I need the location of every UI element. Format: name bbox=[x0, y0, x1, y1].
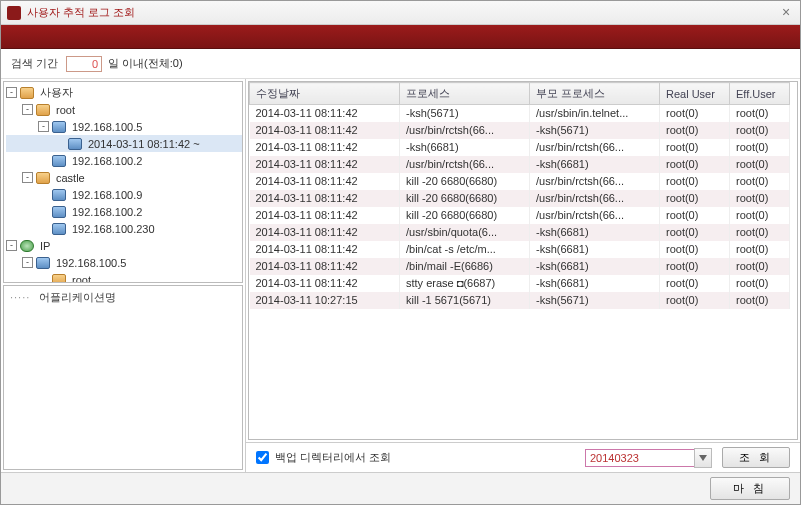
tree-label: 192.168.100.2 bbox=[70, 206, 144, 218]
monitor-icon bbox=[52, 223, 66, 235]
table-row[interactable]: 2014-03-11 08:11:42kill -20 6680(6680)/u… bbox=[250, 190, 790, 207]
date-field: 조 회 bbox=[585, 447, 790, 468]
collapse-toggle[interactable]: - bbox=[6, 240, 17, 251]
table-cell: root(0) bbox=[730, 139, 790, 156]
application-panel[interactable]: ····· 어플리케이션명 bbox=[3, 285, 243, 470]
table-cell: root(0) bbox=[660, 190, 730, 207]
table-cell: /usr/bin/rctsh(66... bbox=[530, 173, 660, 190]
toggle-spacer bbox=[38, 155, 49, 166]
table-cell: 2014-03-11 08:11:42 bbox=[250, 207, 400, 224]
tree-panel[interactable]: -사용자-root-192.168.100.52014-03-11 08:11:… bbox=[3, 81, 243, 283]
tree-row[interactable]: 2014-03-11 08:11:42 ~ bbox=[6, 135, 242, 152]
column-header[interactable]: Real User bbox=[660, 83, 730, 105]
date-input[interactable] bbox=[585, 449, 695, 467]
table-cell: 2014-03-11 08:11:42 bbox=[250, 173, 400, 190]
table-row[interactable]: 2014-03-11 08:11:42/usr/bin/rctsh(66...-… bbox=[250, 122, 790, 139]
toggle-spacer bbox=[38, 189, 49, 200]
table-row[interactable]: 2014-03-11 08:11:42stty erase ◘(6687)-ks… bbox=[250, 275, 790, 292]
days-suffix: 일 이내(전체:0) bbox=[108, 56, 183, 71]
app-icon bbox=[7, 6, 21, 20]
table-cell: -ksh(6681) bbox=[530, 156, 660, 173]
tree-row[interactable]: -root bbox=[6, 101, 242, 118]
collapse-toggle[interactable]: - bbox=[22, 104, 33, 115]
log-grid-wrapper[interactable]: 수정날짜프로세스부모 프로세스Real UserEff.User2014-03-… bbox=[248, 81, 798, 440]
column-header[interactable]: 부모 프로세스 bbox=[530, 83, 660, 105]
table-row[interactable]: 2014-03-11 08:11:42/usr/bin/rctsh(66...-… bbox=[250, 156, 790, 173]
table-row[interactable]: 2014-03-11 08:11:42kill -20 6680(6680)/u… bbox=[250, 173, 790, 190]
tree-row[interactable]: 192.168.100.230 bbox=[6, 220, 242, 237]
table-row[interactable]: 2014-03-11 08:11:42/bin/cat -s /etc/m...… bbox=[250, 241, 790, 258]
tree-row[interactable]: 192.168.100.9 bbox=[6, 186, 242, 203]
table-cell: root(0) bbox=[660, 122, 730, 139]
close-button[interactable]: 마 침 bbox=[710, 477, 790, 500]
table-row[interactable]: 2014-03-11 08:11:42-ksh(5671)/usr/sbin/i… bbox=[250, 105, 790, 122]
tree-row[interactable]: 192.168.100.2 bbox=[6, 203, 242, 220]
search-button[interactable]: 조 회 bbox=[722, 447, 790, 468]
tree-row[interactable]: -192.168.100.5 bbox=[6, 118, 242, 135]
table-cell: root(0) bbox=[660, 156, 730, 173]
collapse-toggle[interactable]: - bbox=[22, 172, 33, 183]
application-header-label: 어플리케이션명 bbox=[39, 291, 116, 303]
tree-label: 192.168.100.5 bbox=[54, 257, 128, 269]
backup-checkbox[interactable] bbox=[256, 451, 269, 464]
toggle-spacer bbox=[38, 223, 49, 234]
days-input[interactable] bbox=[66, 56, 102, 72]
collapse-toggle[interactable]: - bbox=[22, 257, 33, 268]
table-cell: root(0) bbox=[660, 139, 730, 156]
table-cell: 2014-03-11 08:11:42 bbox=[250, 190, 400, 207]
table-cell: /usr/sbin/quota(6... bbox=[400, 224, 530, 241]
column-header[interactable]: 수정날짜 bbox=[250, 83, 400, 105]
table-cell: /bin/mail -E(6686) bbox=[400, 258, 530, 275]
tree-row[interactable]: -사용자 bbox=[6, 84, 242, 101]
column-header[interactable]: Eff.User bbox=[730, 83, 790, 105]
table-cell: root(0) bbox=[730, 224, 790, 241]
window-title: 사용자 추적 로그 조회 bbox=[27, 5, 778, 20]
table-cell: stty erase ◘(6687) bbox=[400, 275, 530, 292]
table-row[interactable]: 2014-03-11 08:11:42kill -20 6680(6680)/u… bbox=[250, 207, 790, 224]
table-cell: 2014-03-11 08:11:42 bbox=[250, 139, 400, 156]
chevron-down-icon bbox=[699, 455, 707, 461]
dialog-window: 사용자 추적 로그 조회 × 검색 기간 일 이내(전체:0) -사용자-roo… bbox=[0, 0, 801, 505]
log-grid: 수정날짜프로세스부모 프로세스Real UserEff.User2014-03-… bbox=[249, 82, 790, 309]
tree-label: 192.168.100.230 bbox=[70, 223, 157, 235]
table-cell: root(0) bbox=[660, 105, 730, 122]
table-cell: 2014-03-11 08:11:42 bbox=[250, 258, 400, 275]
table-cell: /bin/cat -s /etc/m... bbox=[400, 241, 530, 258]
user-icon bbox=[52, 274, 66, 284]
table-cell: root(0) bbox=[730, 207, 790, 224]
table-cell: /usr/bin/rctsh(66... bbox=[400, 122, 530, 139]
tree-label: 192.168.100.5 bbox=[70, 121, 144, 133]
collapse-toggle[interactable]: - bbox=[38, 121, 49, 132]
tree-row[interactable]: root bbox=[6, 271, 242, 283]
table-cell: root(0) bbox=[660, 224, 730, 241]
table-cell: -ksh(6681) bbox=[530, 224, 660, 241]
table-cell: -ksh(6681) bbox=[530, 241, 660, 258]
monitor-icon bbox=[52, 121, 66, 133]
tree-label: root bbox=[70, 274, 93, 284]
titlebar: 사용자 추적 로그 조회 × bbox=[1, 1, 800, 25]
table-cell: root(0) bbox=[730, 292, 790, 309]
close-icon[interactable]: × bbox=[778, 5, 794, 21]
tree-row[interactable]: -IP bbox=[6, 237, 242, 254]
table-cell: /usr/bin/rctsh(66... bbox=[530, 207, 660, 224]
column-header[interactable]: 프로세스 bbox=[400, 83, 530, 105]
tree-row[interactable]: -castle bbox=[6, 169, 242, 186]
tree-row[interactable]: -192.168.100.5 bbox=[6, 254, 242, 271]
globe-icon bbox=[20, 240, 34, 252]
table-cell: /usr/bin/rctsh(66... bbox=[530, 190, 660, 207]
table-row[interactable]: 2014-03-11 10:27:15kill -1 5671(5671)-ks… bbox=[250, 292, 790, 309]
tree-label: IP bbox=[38, 240, 52, 252]
table-cell: -ksh(5671) bbox=[530, 292, 660, 309]
tree-row[interactable]: 192.168.100.2 bbox=[6, 152, 242, 169]
table-row[interactable]: 2014-03-11 08:11:42/bin/mail -E(6686)-ks… bbox=[250, 258, 790, 275]
monitor-icon bbox=[52, 206, 66, 218]
table-row[interactable]: 2014-03-11 08:11:42/usr/sbin/quota(6...-… bbox=[250, 224, 790, 241]
table-cell: /usr/bin/rctsh(66... bbox=[530, 139, 660, 156]
toggle-spacer bbox=[54, 138, 65, 149]
table-cell: root(0) bbox=[730, 156, 790, 173]
collapse-toggle[interactable]: - bbox=[6, 87, 17, 98]
date-dropdown-button[interactable] bbox=[694, 448, 712, 468]
table-cell: root(0) bbox=[730, 275, 790, 292]
tree-label: root bbox=[54, 104, 77, 116]
table-row[interactable]: 2014-03-11 08:11:42-ksh(6681)/usr/bin/rc… bbox=[250, 139, 790, 156]
